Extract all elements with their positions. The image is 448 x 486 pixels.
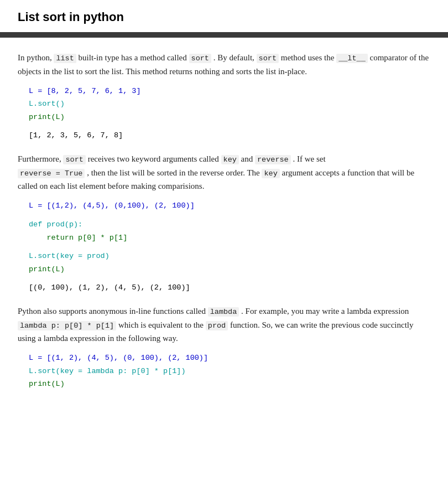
inline-code-lambda-expr: lambda p: p[0] * p[1] xyxy=(18,321,116,330)
page-title: List sort in python xyxy=(0,0,448,32)
inline-code-lt: __lt__ xyxy=(336,54,368,63)
inline-code-sort1: sort xyxy=(189,54,211,63)
output-block-2: [(0, 100), (1, 2), (4, 5), (2, 100)] xyxy=(29,281,430,294)
inline-code-key2: key xyxy=(262,169,279,178)
code-line: L.sort(key = prod) xyxy=(29,250,430,263)
inline-code-list: list xyxy=(54,54,76,63)
inline-code-prod: prod xyxy=(206,321,228,330)
inline-code-lambda: lambda xyxy=(208,307,239,317)
code-block-2: L = [(1,2), (4,5), (0,100), (2, 100)] xyxy=(29,199,430,213)
inline-code-sort2: sort xyxy=(257,54,279,63)
code-line: L = [8, 2, 5, 7, 6, 1, 3] xyxy=(29,85,430,98)
inline-code-sort3: sort xyxy=(63,155,85,164)
intro-paragraph: In python, list built-in type has a meth… xyxy=(18,51,430,78)
dark-bar xyxy=(0,32,448,38)
code-line: print(L) xyxy=(29,378,430,391)
inline-code-reverse-true: reverse = True xyxy=(18,169,85,178)
code-line: def prod(p): xyxy=(29,218,430,231)
code-line: return p[0] * p[1] xyxy=(29,231,430,245)
code-block-1: L = [8, 2, 5, 7, 6, 1, 3] L.sort() print… xyxy=(29,85,430,124)
main-content: In python, list built-in type has a meth… xyxy=(0,51,448,414)
code-block-5: L = [(1, 2), (4, 5), (0, 100), (2, 100)]… xyxy=(29,351,430,391)
code-line: L = [(1,2), (4,5), (0,100), (2, 100)] xyxy=(29,199,430,213)
inline-code-reverse: reverse xyxy=(255,155,291,164)
inline-code-key: key xyxy=(221,155,239,164)
code-block-3: def prod(p): return p[0] * p[1] xyxy=(29,218,430,244)
output-line: [1, 2, 3, 5, 6, 7, 8] xyxy=(29,131,123,139)
code-line: L = [(1, 2), (4, 5), (0, 100), (2, 100)] xyxy=(29,351,430,365)
section2-paragraph: Furthermore, sort receives two keyword a… xyxy=(18,152,430,193)
output-block-1: [1, 2, 3, 5, 6, 7, 8] xyxy=(29,129,430,142)
output-line: [(0, 100), (1, 2), (4, 5), (2, 100)] xyxy=(29,283,190,292)
code-line: L.sort() xyxy=(29,97,430,111)
section3-paragraph: Python also supports anonymous in-line f… xyxy=(18,304,430,345)
code-line: print(L) xyxy=(29,111,430,124)
code-line: L.sort(key = lambda p: p[0] * p[1]) xyxy=(29,365,430,378)
code-block-4: L.sort(key = prod) print(L) xyxy=(29,250,430,276)
code-line: print(L) xyxy=(29,263,430,276)
